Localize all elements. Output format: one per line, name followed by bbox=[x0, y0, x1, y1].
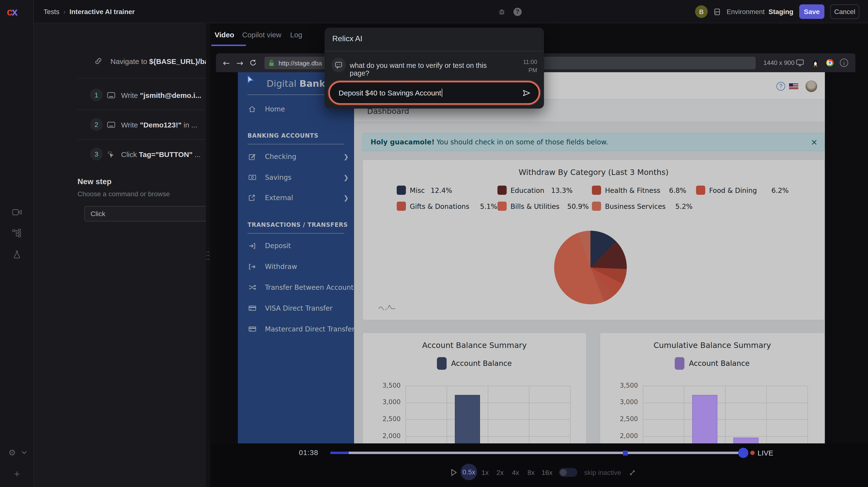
breadcrumb: Tests › Interactive AI trainer bbox=[43, 0, 135, 23]
app-window: cx ⚙ + Tests › Interactive AI trainer ? bbox=[0, 0, 868, 487]
divider bbox=[78, 110, 206, 110]
dialog-title: Relicx AI bbox=[332, 34, 363, 43]
bug-icon[interactable] bbox=[498, 8, 506, 16]
cancel-button[interactable]: Cancel bbox=[830, 4, 859, 19]
fullscreen-icon[interactable] bbox=[629, 466, 636, 479]
flow-tree-icon[interactable] bbox=[0, 229, 34, 238]
linux-penguin-icon bbox=[812, 53, 819, 72]
step-row-3[interactable]: 3 Click Tag="BUTTON" ... ✓ ✎ bbox=[34, 144, 206, 164]
viewport-size-label: 1440 x 900 bbox=[764, 53, 795, 72]
new-step-title: New step bbox=[78, 177, 112, 186]
skip-inactive-toggle[interactable] bbox=[559, 468, 578, 477]
info-icon[interactable]: i bbox=[840, 53, 848, 72]
drag-handle[interactable] bbox=[206, 251, 210, 261]
monitor-icon[interactable] bbox=[796, 53, 804, 72]
step-row-2[interactable]: 2 Write "Demo123!" in ... ✓ ✎ bbox=[34, 115, 206, 134]
speed-8x-button[interactable]: 8x bbox=[527, 466, 535, 479]
timeline-marker[interactable] bbox=[623, 450, 628, 455]
cx-logo[interactable]: cx bbox=[7, 6, 27, 19]
video-player-bar: 01:38 LIVE 0.5x 1x 2x 4x 8x 16x skip ina… bbox=[210, 444, 868, 487]
speed-0-5x-button[interactable]: 0.5x bbox=[461, 464, 477, 480]
recorded-cursor-icon bbox=[245, 75, 255, 85]
padlock-icon bbox=[268, 60, 275, 66]
save-button[interactable]: Save bbox=[799, 4, 825, 19]
message-timestamp: 11:00PM bbox=[513, 58, 537, 74]
live-dot bbox=[750, 451, 755, 455]
speed-16x-button[interactable]: 16x bbox=[541, 466, 552, 479]
environment-label: Environment bbox=[726, 8, 765, 16]
breadcrumb-tests[interactable]: Tests bbox=[43, 8, 59, 16]
account-balance-bar[interactable] bbox=[455, 395, 480, 444]
help-icon[interactable]: ? bbox=[514, 7, 522, 16]
settings-gear-icon[interactable]: ⚙ bbox=[1, 448, 23, 457]
relicx-ai-dialog: Relicx AI what do you want me to verify … bbox=[324, 28, 544, 109]
live-label: LIVE bbox=[757, 449, 773, 457]
keyboard-icon bbox=[107, 92, 115, 98]
send-icon[interactable] bbox=[522, 89, 531, 97]
cumulative-balance-bar[interactable] bbox=[733, 438, 758, 444]
skip-inactive-label: skip inactive bbox=[584, 466, 621, 479]
left-icon-rail: cx ⚙ + bbox=[0, 0, 34, 487]
user-avatar[interactable]: B bbox=[695, 5, 708, 18]
timeline-scrubber[interactable] bbox=[330, 452, 744, 454]
speed-4x-button[interactable]: 4x bbox=[512, 466, 519, 479]
back-icon[interactable]: ← bbox=[223, 53, 230, 72]
ai-message: what do you want me to verify or test on… bbox=[350, 62, 495, 77]
tab-video[interactable]: Video bbox=[215, 23, 234, 45]
cumulative-balance-bar[interactable] bbox=[692, 395, 717, 444]
video-dim-overlay bbox=[216, 72, 832, 444]
divider bbox=[78, 139, 206, 140]
play-button[interactable] bbox=[451, 466, 457, 479]
chevron-down-icon[interactable] bbox=[21, 451, 27, 455]
main-area: Video Copilot view Log ← → http://stage.… bbox=[210, 23, 868, 487]
environment-value[interactable]: Staging bbox=[769, 8, 794, 16]
step-number: 2 bbox=[90, 118, 103, 131]
speed-1x-button[interactable]: 1x bbox=[482, 466, 489, 479]
step-number: 3 bbox=[90, 148, 103, 160]
add-button[interactable]: + bbox=[0, 468, 34, 480]
navigate-step[interactable]: Navigate to ${BASE_URL}/ban... bbox=[34, 51, 206, 71]
url-text: http://stage.dba bbox=[279, 59, 322, 67]
step-number: 1 bbox=[90, 89, 103, 101]
link-icon bbox=[94, 57, 102, 65]
chrome-icon bbox=[826, 53, 834, 72]
breadcrumb-separator: › bbox=[63, 8, 65, 16]
speed-2x-button[interactable]: 2x bbox=[496, 466, 504, 479]
keyboard-icon bbox=[107, 121, 115, 128]
timeline-progress bbox=[330, 452, 349, 454]
divider bbox=[324, 51, 544, 51]
tab-log[interactable]: Log bbox=[290, 23, 302, 45]
playhead-handle[interactable] bbox=[738, 448, 748, 458]
environment-icon bbox=[713, 8, 721, 15]
playback-time: 01:38 bbox=[299, 448, 318, 456]
text-caret bbox=[442, 89, 442, 97]
flask-icon[interactable] bbox=[0, 250, 34, 259]
divider bbox=[78, 78, 206, 79]
step-row-1[interactable]: 1 Write "jsmith@demo.i... ✓ ✎ bbox=[34, 85, 206, 105]
forward-icon[interactable]: → bbox=[237, 53, 243, 72]
chat-bubble-icon bbox=[331, 58, 346, 72]
tab-copilot-view[interactable]: Copilot view bbox=[242, 23, 281, 45]
top-bar: Tests › Interactive AI trainer ? B Envir… bbox=[34, 0, 868, 23]
test-steps-panel: Navigate to ${BASE_URL}/ban... 1 Write "… bbox=[34, 23, 206, 487]
cursor-click-icon bbox=[107, 150, 114, 158]
new-step-subtitle: Choose a command or browse bbox=[78, 190, 170, 198]
video-camera-icon[interactable] bbox=[0, 208, 34, 216]
active-tab-indicator bbox=[211, 44, 246, 46]
ai-prompt-input[interactable]: Deposit $40 to Savings Account bbox=[329, 81, 540, 105]
reload-icon[interactable] bbox=[249, 53, 257, 72]
page-title: Interactive AI trainer bbox=[69, 8, 135, 16]
